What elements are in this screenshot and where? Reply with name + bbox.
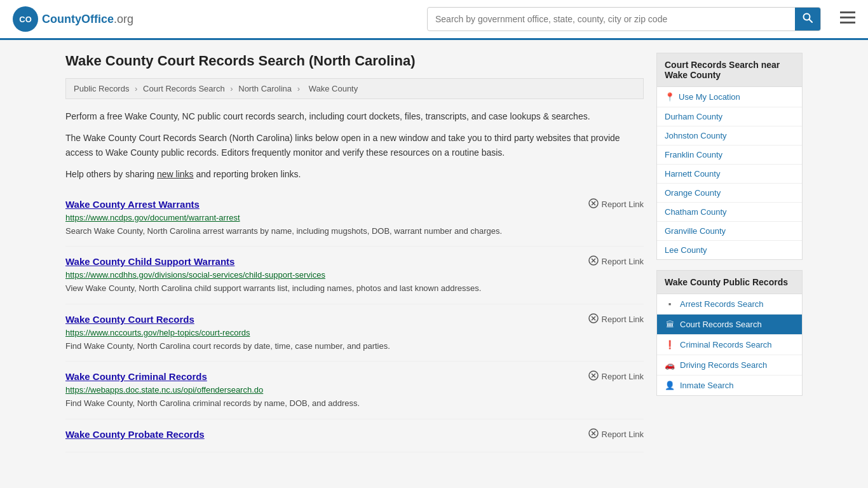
report-link-2[interactable]: Report Link — [588, 313, 644, 325]
record-entry: Wake County Child Support Warrants Repor… — [65, 247, 644, 304]
svg-rect-6 — [840, 22, 855, 24]
record-desc-3: Find Wake County, North Carolina crimina… — [65, 397, 644, 410]
svg-rect-4 — [840, 11, 855, 13]
report-link-4[interactable]: Report Link — [588, 428, 644, 440]
nearby-county-4[interactable]: Orange County — [657, 184, 802, 203]
report-link-1[interactable]: Report Link — [588, 255, 644, 268]
nearby-title: Court Records Search near Wake County — [657, 53, 802, 87]
record-title-4[interactable]: Wake County Probate Records — [65, 429, 205, 440]
nearby-county-7[interactable]: Lee County — [657, 241, 802, 259]
breadcrumb-public-records[interactable]: Public Records — [74, 84, 129, 93]
description-para3: Help others by sharing new links and rep… — [65, 167, 644, 181]
record-url-3[interactable]: https://webapps.doc.state.nc.us/opi/offe… — [65, 385, 644, 395]
svg-text:CO: CO — [19, 15, 32, 24]
report-link-0[interactable]: Report Link — [588, 198, 644, 210]
content-area: Wake County Court Records Search (North … — [65, 53, 644, 452]
record-entry: Wake County Criminal Records Report Link… — [65, 362, 644, 419]
nearby-section: Court Records Search near Wake County 📍 … — [656, 53, 803, 260]
report-link-label-2: Report Link — [602, 315, 644, 324]
record-desc-1: View Wake County, North Carolina child s… — [65, 282, 644, 295]
menu-icon[interactable] — [840, 10, 855, 28]
public-record-item-2[interactable]: ❗ Criminal Records Search — [657, 335, 802, 355]
record-title-2[interactable]: Wake County Court Records — [65, 314, 194, 325]
nearby-county-0[interactable]: Durham County — [657, 107, 802, 126]
public-record-item-4[interactable]: 👤 Inmate Search — [657, 376, 802, 395]
use-my-location[interactable]: 📍 Use My Location — [657, 87, 802, 107]
logo[interactable]: CO CountyOffice.org — [13, 6, 133, 32]
sidebar-icon-3: 🚗 — [665, 360, 675, 370]
record-entry: Wake County Probate Records Report Link — [65, 419, 644, 452]
search-input[interactable] — [428, 9, 795, 29]
record-title-0[interactable]: Wake County Arrest Warrants — [65, 199, 200, 210]
nearby-county-2[interactable]: Franklin County — [657, 146, 802, 165]
header: CO CountyOffice.org — [0, 0, 868, 40]
public-records-title: Wake County Public Records — [657, 271, 802, 294]
sidebar-icon-4: 👤 — [665, 381, 675, 390]
sidebar-item-label-1: Court Records Search — [680, 320, 762, 329]
logo-text: CountyOffice.org — [42, 13, 133, 26]
search-button[interactable] — [795, 8, 820, 30]
nearby-county-5[interactable]: Chatham County — [657, 203, 802, 222]
record-desc-0: Search Wake County, North Carolina arres… — [65, 225, 644, 238]
breadcrumb-court-records[interactable]: Court Records Search — [143, 84, 225, 93]
use-my-location-label: Use My Location — [679, 92, 740, 102]
search-bar — [427, 7, 821, 31]
sidebar-item-label-2: Criminal Records Search — [680, 340, 772, 349]
logo-icon: CO — [13, 6, 38, 32]
sidebar-item-label-3: Driving Records Search — [680, 360, 767, 370]
sidebar: Court Records Search near Wake County 📍 … — [656, 53, 803, 452]
public-record-item-0[interactable]: ▪ Arrest Records Search — [657, 294, 802, 315]
sidebar-icon-1: 🏛 — [665, 320, 675, 329]
record-header: Wake County Probate Records Report Link — [65, 428, 644, 440]
breadcrumb: Public Records › Court Records Search › … — [65, 78, 644, 99]
report-link-label-1: Report Link — [602, 257, 644, 266]
record-header: Wake County Arrest Warrants Report Link — [65, 198, 644, 210]
report-icon-4 — [588, 428, 599, 440]
sidebar-item-label-0: Arrest Records Search — [680, 299, 764, 309]
nearby-county-1[interactable]: Johnston County — [657, 126, 802, 146]
report-icon-3 — [588, 370, 599, 383]
record-header: Wake County Court Records Report Link — [65, 313, 644, 325]
record-url-1[interactable]: https://www.ncdhhs.gov/divisions/social-… — [65, 270, 644, 280]
page-title: Wake County Court Records Search (North … — [65, 53, 644, 69]
records-list: Wake County Arrest Warrants Report Link … — [65, 189, 644, 452]
public-record-item-1[interactable]: 🏛 Court Records Search — [657, 315, 802, 335]
record-url-2[interactable]: https://www.nccourts.gov/help-topics/cou… — [65, 328, 644, 337]
public-records-section: Wake County Public Records ▪ Arrest Reco… — [656, 270, 803, 396]
record-url-0[interactable]: https://www.ncdps.gov/document/warrant-a… — [65, 213, 644, 222]
nearby-counties-list: Durham CountyJohnston CountyFranklin Cou… — [657, 107, 802, 259]
record-entry: Wake County Court Records Report Link ht… — [65, 304, 644, 362]
report-link-label-3: Report Link — [602, 372, 644, 381]
nearby-county-3[interactable]: Harnett County — [657, 165, 802, 184]
breadcrumb-north-carolina[interactable]: North Carolina — [238, 84, 292, 93]
report-icon-1 — [588, 255, 599, 268]
record-header: Wake County Child Support Warrants Repor… — [65, 255, 644, 268]
description-para2: The Wake County Court Records Search (No… — [65, 131, 644, 159]
record-title-1[interactable]: Wake County Child Support Warrants — [65, 256, 234, 267]
description-para1: Perform a free Wake County, NC public co… — [65, 109, 644, 123]
svg-line-3 — [810, 20, 813, 23]
report-icon-2 — [588, 313, 599, 325]
report-icon-0 — [588, 198, 599, 210]
new-links-link[interactable]: new links — [157, 169, 194, 179]
record-desc-2: Find Wake County, North Carolina court r… — [65, 340, 644, 353]
report-link-3[interactable]: Report Link — [588, 370, 644, 383]
sidebar-icon-2: ❗ — [665, 340, 675, 349]
breadcrumb-wake-county: Wake County — [309, 84, 358, 93]
main-container: Wake County Court Records Search (North … — [53, 40, 815, 465]
svg-rect-5 — [840, 17, 855, 18]
report-link-label-0: Report Link — [602, 200, 644, 209]
public-records-list: ▪ Arrest Records Search 🏛 Court Records … — [657, 294, 802, 395]
public-record-item-3[interactable]: 🚗 Driving Records Search — [657, 355, 802, 376]
report-link-label-4: Report Link — [602, 430, 644, 439]
record-title-3[interactable]: Wake County Criminal Records — [65, 371, 207, 382]
sidebar-icon-0: ▪ — [665, 299, 675, 309]
record-entry: Wake County Arrest Warrants Report Link … — [65, 189, 644, 247]
nearby-county-6[interactable]: Granville County — [657, 222, 802, 241]
sidebar-item-label-4: Inmate Search — [680, 381, 734, 390]
location-pin-icon: 📍 — [665, 92, 675, 102]
record-header: Wake County Criminal Records Report Link — [65, 370, 644, 383]
